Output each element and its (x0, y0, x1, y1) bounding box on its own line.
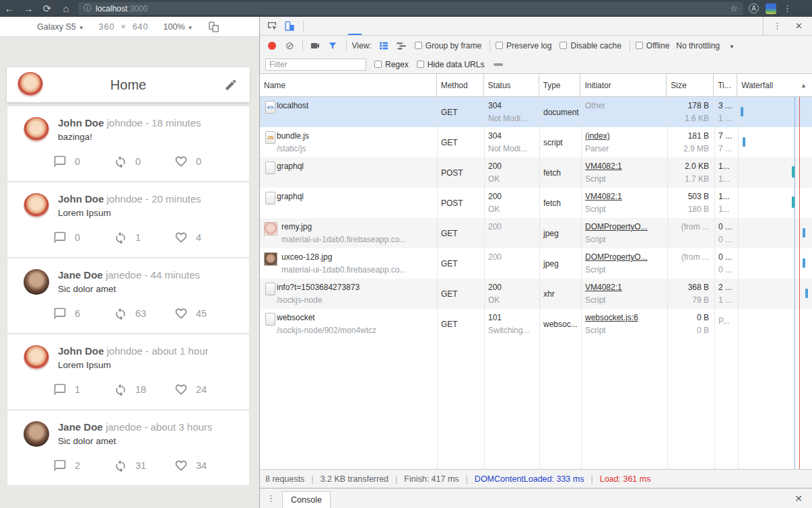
initiator-link[interactable]: VM4082:1 (585, 283, 663, 292)
device-height-field[interactable]: 640 (133, 22, 149, 32)
record-network-log-icon[interactable] (268, 42, 276, 50)
avatar[interactable] (24, 117, 49, 143)
column-header-time[interactable]: Ti... (714, 74, 737, 96)
comment-button[interactable]: 6 (53, 307, 114, 320)
post-card[interactable]: John Doe johndoe - 18 minutes bazinga! 0 (7, 106, 250, 182)
devtools-menu-icon[interactable]: ⋮ (766, 21, 788, 31)
inspect-element-icon[interactable] (267, 21, 277, 32)
comment-button[interactable]: 0 (53, 155, 114, 168)
url-bar[interactable]: ⓘ localhost:3000 ☆ (78, 2, 743, 15)
column-header-initiator[interactable]: Initiator (580, 74, 667, 96)
comment-button[interactable]: 1 (53, 383, 114, 396)
devtools-tab[interactable] (321, 17, 335, 35)
initiator-link[interactable]: DOMPropertyO... (585, 252, 663, 262)
devtools-tab[interactable] (348, 17, 362, 35)
devtools-tab[interactable] (308, 17, 321, 35)
reload-icon[interactable]: ⟳ (38, 3, 57, 15)
profile-initial-icon[interactable]: A (749, 3, 759, 13)
devtools-tab[interactable] (362, 17, 375, 35)
initiator-link[interactable]: Other (585, 101, 663, 110)
initiator-link[interactable]: (index) (585, 131, 663, 141)
throttling-select[interactable]: No throttling▼ (676, 41, 735, 50)
comment-button[interactable]: 0 (53, 231, 114, 244)
avatar[interactable] (24, 421, 49, 447)
retweet-button[interactable]: 31 (114, 459, 174, 472)
post-card[interactable]: John Doe johndoe - 20 minutes Lorem Ipsu… (7, 182, 250, 258)
initiator-link[interactable]: VM4082:1 (585, 192, 663, 201)
preserve-log-checkbox[interactable]: Preserve log (496, 41, 551, 50)
retweet-button[interactable]: 63 (114, 307, 174, 320)
comment-icon (53, 155, 67, 168)
filter-input[interactable] (265, 59, 366, 71)
home-icon[interactable]: ⌂ (57, 3, 75, 14)
column-header-name[interactable]: Name (260, 74, 437, 96)
comment-button[interactable]: 2 (53, 459, 114, 472)
retweet-button[interactable]: 0 (114, 155, 174, 168)
filter-funnel-icon[interactable] (327, 40, 338, 51)
browser-avatar[interactable] (766, 3, 776, 14)
large-rows-view-icon[interactable] (378, 40, 389, 51)
toggle-device-toolbar-icon[interactable] (284, 21, 295, 32)
devtools-close-icon[interactable]: ✕ (788, 21, 809, 31)
group-by-frame-checkbox[interactable]: Group by frame (415, 41, 481, 50)
site-info-icon[interactable]: ⓘ (83, 3, 92, 14)
avatar[interactable] (18, 72, 43, 98)
initiator-link[interactable]: websocket.js:6 (585, 313, 663, 322)
network-request-row[interactable]: remy.jpgmaterial-ui-1dab0.firebaseapp.co… (260, 218, 812, 248)
devtools-tab[interactable] (402, 17, 415, 35)
network-request-row[interactable]: <> localhost GET 304Not Modi... document… (260, 97, 812, 127)
regex-checkbox[interactable]: Regex (374, 60, 409, 69)
like-button[interactable]: 34 (174, 459, 235, 472)
like-button[interactable]: 24 (174, 383, 235, 396)
zoom-select[interactable]: 100%▼ (164, 22, 193, 32)
column-header-type[interactable]: Type (539, 74, 581, 96)
browser-menu-icon[interactable]: ⋮ (783, 3, 792, 13)
post-card[interactable]: Jane Doe janedoe - 44 minutes Sic dolor … (7, 258, 250, 334)
initiator-link[interactable]: VM4082:1 (585, 161, 663, 171)
post-card[interactable]: Jane Doe janedoe - about 3 hours Sic dol… (7, 410, 250, 486)
drawer-tab-console[interactable]: Console (282, 491, 331, 508)
offline-checkbox[interactable]: Offline (636, 41, 669, 50)
drawer-menu-icon[interactable]: ⋮ (260, 493, 282, 503)
drawer-close-icon[interactable]: ✕ (785, 493, 812, 504)
column-header-waterfall[interactable]: Waterfall▲ (737, 74, 812, 96)
back-icon[interactable]: ← (0, 3, 19, 14)
compose-pencil-icon[interactable] (224, 78, 238, 92)
avatar[interactable] (24, 345, 49, 371)
disable-cache-checkbox[interactable]: Disable cache (560, 41, 621, 50)
devtools-tab[interactable] (415, 17, 429, 35)
retweet-button[interactable]: 1 (114, 231, 174, 244)
network-request-row[interactable]: graphql POST 200OK fetch VM4082:1Script … (260, 188, 812, 218)
column-header-size[interactable]: Size (667, 74, 714, 96)
like-button[interactable]: 45 (174, 307, 235, 320)
retweet-button[interactable]: 18 (114, 383, 174, 396)
capture-screenshots-icon[interactable] (310, 40, 320, 51)
clear-network-log-icon[interactable]: ⊘ (285, 40, 294, 52)
devtools-tab[interactable] (375, 17, 388, 35)
device-width-field[interactable]: 360 (99, 22, 115, 32)
network-request-row[interactable]: JS bundle.js/static/js GET 304Not Modi..… (260, 127, 812, 157)
hide-data-urls-checkbox[interactable]: Hide data URLs (417, 60, 485, 69)
column-header-method[interactable]: Method (437, 74, 484, 96)
initiator-link[interactable]: DOMPropertyO... (585, 222, 663, 231)
forward-icon[interactable]: → (19, 3, 38, 14)
avatar[interactable] (24, 269, 49, 295)
network-request-row[interactable]: graphql POST 200OK fetch VM4082:1Script … (260, 157, 812, 188)
network-request-row[interactable]: websocket/sockjs-node/902/mon4wtcz GET 1… (260, 309, 812, 339)
devtools-tab[interactable] (388, 17, 402, 35)
like-button[interactable]: 0 (174, 155, 235, 168)
post-card[interactable]: John Doe johndoe - about 1 hour Lorem Ip… (7, 334, 250, 410)
request-time: 1... (718, 161, 734, 171)
overview-timeline-icon[interactable] (396, 40, 407, 51)
avatar[interactable] (24, 193, 49, 219)
post-handle: johndoe (107, 117, 143, 129)
rotate-device-icon[interactable] (207, 21, 219, 33)
device-select[interactable]: Galaxy S5▼ (37, 22, 84, 32)
network-request-row[interactable]: info?t=1503684273873/sockjs-node GET 200… (260, 279, 812, 309)
network-request-row[interactable]: uxceo-128.jpgmaterial-ui-1dab0.firebasea… (260, 248, 812, 279)
devtools-tab[interactable] (335, 17, 348, 35)
column-header-status[interactable]: Status (484, 74, 539, 96)
like-button[interactable]: 4 (174, 231, 235, 244)
request-type-filter[interactable] (494, 63, 503, 66)
bookmark-star-icon[interactable]: ☆ (730, 3, 738, 13)
